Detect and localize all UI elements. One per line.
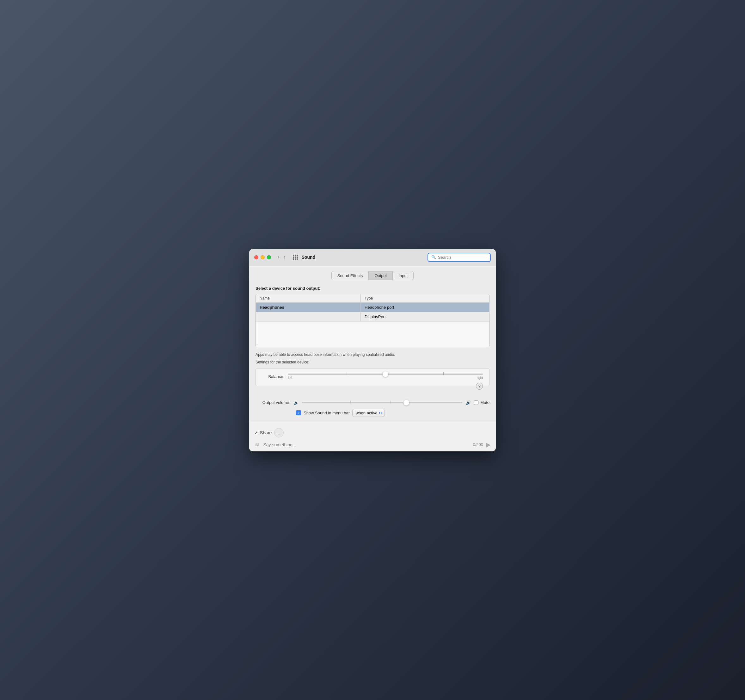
volume-row: Output volume: 🔈 🔊 Mute bbox=[256, 400, 489, 405]
search-input[interactable] bbox=[438, 255, 487, 260]
grid-dot bbox=[296, 258, 298, 260]
traffic-lights bbox=[254, 255, 271, 259]
balance-label: Balance: bbox=[262, 374, 284, 379]
window-title: Sound bbox=[302, 255, 424, 260]
search-box[interactable]: 🔍 bbox=[428, 253, 491, 262]
empty-table-area bbox=[256, 322, 489, 347]
share-button[interactable]: ↗ Share bbox=[254, 430, 272, 435]
tab-input[interactable]: Input bbox=[393, 271, 414, 280]
char-count: 0/200 bbox=[473, 442, 483, 447]
volume-slider[interactable] bbox=[302, 402, 462, 403]
search-icon: 🔍 bbox=[431, 255, 436, 259]
balance-right-label: right bbox=[477, 376, 483, 379]
title-bar: ‹ › Sound 🔍 bbox=[249, 249, 496, 266]
check-icon: ✓ bbox=[297, 411, 300, 415]
more-button[interactable]: ··· bbox=[274, 428, 284, 438]
mute-row: Mute bbox=[474, 400, 489, 405]
when-active-select-wrapper: always when active never bbox=[352, 409, 385, 417]
volume-high-icon: 🔊 bbox=[465, 400, 471, 405]
share-row: ↗ Share ··· bbox=[254, 426, 491, 439]
grid-dot bbox=[295, 258, 296, 260]
table-header: Name Type bbox=[256, 294, 489, 303]
settings-panel: Balance: left right ? bbox=[256, 368, 489, 386]
grid-dot bbox=[293, 256, 294, 258]
volume-low-icon: 🔈 bbox=[293, 400, 299, 405]
section-label: Select a device for sound output: bbox=[256, 286, 489, 291]
help-button[interactable]: ? bbox=[476, 383, 483, 390]
device-type: Headphone port bbox=[361, 303, 489, 312]
balance-slider[interactable]: left right bbox=[288, 373, 483, 379]
balance-left-label: left bbox=[288, 376, 292, 379]
volume-section: Output volume: 🔈 🔊 Mute ✓ Show Sound in … bbox=[249, 397, 496, 422]
col-name-header: Name bbox=[256, 294, 361, 303]
bottom-bar: ↗ Share ··· ☺ 0/200 ▶ bbox=[249, 422, 496, 451]
show-sound-checkbox[interactable]: ✓ bbox=[296, 410, 301, 415]
settings-label: Settings for the selected device: bbox=[256, 359, 489, 365]
send-button[interactable]: ▶ bbox=[486, 441, 491, 448]
device-name: Headphones bbox=[256, 303, 361, 312]
forward-button[interactable]: › bbox=[282, 254, 287, 261]
mute-checkbox[interactable] bbox=[474, 400, 479, 405]
tab-sound-effects[interactable]: Sound Effects bbox=[331, 271, 369, 280]
tab-output[interactable]: Output bbox=[369, 271, 393, 280]
device-type: DisplayPort bbox=[361, 312, 489, 321]
grid-dot bbox=[295, 255, 296, 256]
tabs-row: Sound Effects Output Input bbox=[256, 271, 489, 280]
share-label: Share bbox=[260, 430, 272, 435]
send-icon: ▶ bbox=[486, 442, 491, 448]
when-active-select[interactable]: always when active never bbox=[352, 409, 385, 417]
share-icon: ↗ bbox=[254, 430, 258, 435]
chat-input-row: ☺ 0/200 ▶ bbox=[254, 441, 491, 448]
volume-label: Output volume: bbox=[256, 400, 290, 405]
show-sound-label: Show Sound in menu bar bbox=[304, 411, 350, 415]
device-name bbox=[256, 312, 361, 321]
table-row[interactable]: DisplayPort bbox=[256, 312, 489, 322]
sound-preferences-window: ‹ › Sound 🔍 bbox=[249, 249, 496, 451]
emoji-button[interactable]: ☺ bbox=[254, 441, 260, 448]
grid-dot bbox=[295, 256, 296, 258]
grid-dot bbox=[296, 256, 298, 258]
minimize-button[interactable] bbox=[260, 255, 265, 259]
mute-label: Mute bbox=[480, 400, 489, 405]
more-icon: ··· bbox=[277, 430, 281, 435]
device-table: Name Type Headphones Headphone port Disp… bbox=[256, 294, 489, 347]
back-button[interactable]: ‹ bbox=[276, 254, 281, 261]
close-button[interactable] bbox=[254, 255, 258, 259]
volume-thumb[interactable] bbox=[404, 400, 409, 406]
maximize-button[interactable] bbox=[267, 255, 271, 259]
grid-dot bbox=[296, 255, 298, 256]
grid-dot bbox=[293, 258, 294, 260]
col-type-header: Type bbox=[361, 294, 489, 303]
main-content: Sound Effects Output Input Select a devi… bbox=[249, 266, 496, 397]
balance-row: Balance: left right bbox=[262, 373, 483, 379]
show-sound-row: ✓ Show Sound in menu bar always when act… bbox=[256, 409, 489, 417]
balance-thumb[interactable] bbox=[383, 371, 388, 377]
grid-dot bbox=[293, 255, 294, 256]
chat-input[interactable] bbox=[263, 442, 470, 447]
balance-track bbox=[288, 373, 483, 375]
nav-buttons: ‹ › bbox=[276, 254, 287, 261]
table-row[interactable]: Headphones Headphone port bbox=[256, 303, 489, 312]
app-grid-icon[interactable] bbox=[293, 255, 298, 260]
info-text: Apps may be able to access head pose inf… bbox=[256, 352, 489, 357]
